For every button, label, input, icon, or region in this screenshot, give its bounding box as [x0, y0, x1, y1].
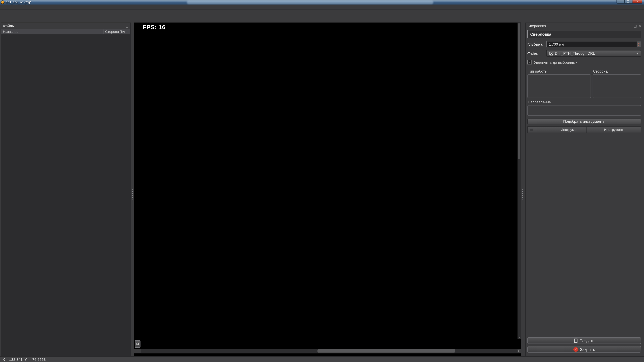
toolbar: [0, 10, 644, 19]
dock-icon[interactable]: ◫: [126, 24, 129, 28]
select-all-checkbox[interactable]: [530, 128, 533, 131]
tools-table: Инструмент Инструмент: [527, 126, 641, 133]
file-combobox[interactable]: Drill_PTH_Through.DRL ▼: [546, 50, 641, 57]
close-panel-icon[interactable]: ✕: [638, 24, 641, 28]
files-tree: [1, 34, 130, 356]
zoom-to-selected-checkbox[interactable]: ✓: [527, 60, 532, 64]
column-name[interactable]: Название: [1, 29, 104, 33]
create-button[interactable]: Создать: [527, 337, 641, 344]
tool-column-header[interactable]: Инструмент: [554, 127, 587, 133]
title-bar: drill_and_nc.g2g* ─ ❐ ✕: [0, 0, 644, 4]
files-panel-header: Файлы ◫: [1, 23, 130, 29]
drill-panel-title: Сверловка: [527, 24, 546, 28]
vertical-scrollbar-thumb[interactable]: [518, 23, 520, 159]
scroll-right-icon[interactable]: ►: [518, 349, 521, 354]
files-panel: Файлы ◫ Название Сторона Тип: [1, 23, 131, 356]
zoom-to-selected-label: Увеличить до выбранных: [534, 60, 578, 64]
application-window: drill_and_nc.g2g* ─ ❐ ✕ Файлы ◫ Название…: [0, 0, 644, 362]
left-splitter[interactable]: [131, 23, 134, 356]
column-type[interactable]: Тип: [119, 29, 130, 33]
canvas-svg[interactable]: [141, 23, 518, 339]
side-group: [593, 74, 641, 98]
vertical-scrollbar[interactable]: ▼: [518, 23, 521, 339]
dock-icon[interactable]: ◫: [634, 24, 637, 28]
menu-bar: [0, 4, 644, 10]
horizontal-scrollbar[interactable]: ►: [134, 349, 521, 354]
column-side[interactable]: Сторона: [104, 29, 119, 33]
horizontal-ruler: [141, 339, 518, 349]
excellon-file-icon: [550, 51, 553, 55]
right-splitter[interactable]: [521, 23, 525, 356]
files-panel-title: Файлы: [3, 24, 14, 28]
app-icon: [1, 0, 4, 4]
spin-up-icon: ▲: [636, 41, 641, 44]
window-title: drill_and_nc.g2g*: [6, 0, 31, 4]
canvas-area: FPS: 16 ▼ M ►: [134, 23, 521, 356]
depth-spinner[interactable]: ▲▼: [636, 41, 641, 47]
pick-tools-button[interactable]: Подобрать инструменты: [527, 119, 641, 124]
cursor-position: X = 138.341, Y = -76.6553: [2, 357, 46, 361]
minimize-button[interactable]: ─: [616, 0, 624, 4]
direction-label: Направление: [528, 100, 641, 104]
tool-column-header[interactable]: Инструмент: [587, 127, 641, 133]
drill-panel: Сверловка ◫ ✕ Сверловка Глубина: 1,700 м…: [525, 23, 643, 356]
maximize-button[interactable]: ❐: [624, 0, 632, 4]
side-label: Сторона: [593, 69, 641, 73]
status-bar: X = 138.341, Y = -76.6553: [0, 356, 644, 362]
depth-input[interactable]: 1,700 мм ▲▼: [546, 41, 641, 47]
direction-group: [527, 105, 641, 116]
vertical-ruler: [134, 23, 141, 339]
scroll-down-icon[interactable]: ▼: [518, 336, 521, 339]
tools-table-header: Инструмент Инструмент: [528, 127, 641, 133]
close-panel-button[interactable]: ✕ Закрыть: [527, 346, 641, 353]
work-type-group: [527, 74, 591, 98]
close-button[interactable]: ✕: [632, 0, 642, 4]
blurred-region: [187, 0, 433, 4]
canvas-viewport[interactable]: FPS: 16: [141, 23, 518, 339]
fps-counter: FPS: 16: [143, 24, 165, 30]
chevron-down-icon: ▼: [636, 52, 639, 55]
files-column-header: Название Сторона Тип: [1, 29, 130, 34]
file-label: Файл:: [527, 51, 546, 55]
depth-label: Глубина:: [527, 42, 546, 46]
work-type-label: Тип работы: [528, 69, 591, 73]
horizontal-scrollbar-thumb[interactable]: [318, 349, 455, 353]
main-area: Файлы ◫ Название Сторона Тип FPS: 16: [0, 19, 644, 356]
close-red-icon: ✕: [574, 347, 578, 352]
spin-down-icon: ▼: [636, 44, 641, 47]
create-icon: [574, 339, 578, 343]
operation-name-field[interactable]: Сверловка: [527, 30, 641, 38]
drill-panel-header: Сверловка ◫ ✕: [526, 23, 643, 29]
units-button[interactable]: M: [134, 339, 141, 349]
